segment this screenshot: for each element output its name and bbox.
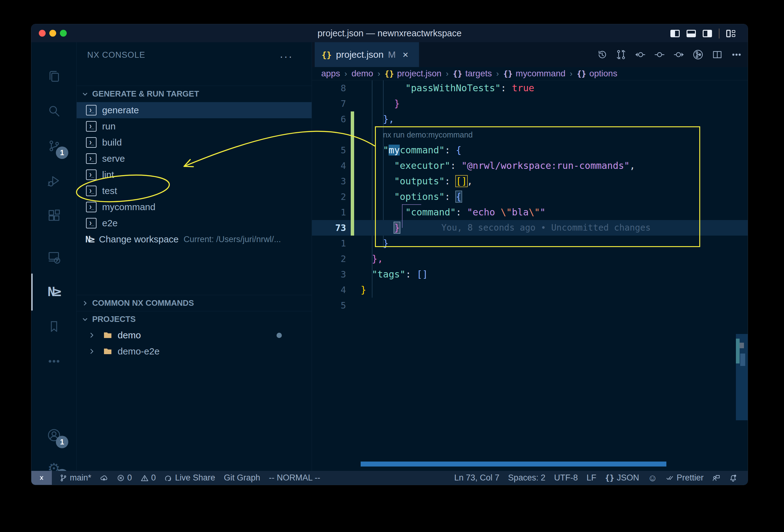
history-icon[interactable] (596, 49, 608, 60)
prev-change-icon[interactable] (635, 49, 646, 60)
toggle-sidebar-icon[interactable] (670, 30, 680, 37)
extensions-icon[interactable] (31, 200, 76, 231)
breadcrumb-item-mycommand[interactable]: {}mycommand (503, 68, 565, 79)
status-item-0[interactable]: 0 (136, 473, 160, 483)
status-item-git-graph[interactable]: Git Graph (219, 473, 264, 483)
breadcrumb-label: targets (465, 68, 492, 79)
status-label: Prettier (677, 473, 704, 483)
sidebar-item-test[interactable]: ❯_test (77, 183, 312, 199)
status-item-prettier[interactable]: Prettier (662, 473, 708, 483)
breadcrumb-label: project.json (397, 68, 441, 79)
line-number: 5 (321, 298, 346, 313)
remote-explorer-icon[interactable] (31, 242, 76, 273)
project-item-demo[interactable]: demo (77, 327, 312, 343)
compare-icon[interactable] (615, 49, 627, 60)
sidebar-item-run[interactable]: ❯_run (77, 118, 312, 134)
breadcrumb-separator: › (570, 69, 572, 79)
project-item-demo-e2e[interactable]: demo-e2e (77, 343, 312, 359)
section-generate-run-target[interactable]: GENERATE & RUN TARGET (77, 86, 312, 102)
run-debug-icon[interactable] (31, 165, 76, 196)
code-line: 8"passWithNoTests": true (312, 80, 748, 96)
tab-project-json[interactable]: {} project.json M × (315, 42, 419, 67)
ellipsis-icon[interactable] (731, 49, 742, 60)
toggle-secondary-sidebar-icon[interactable] (703, 30, 712, 37)
next-change-icon[interactable] (673, 49, 684, 60)
person-icon (712, 474, 720, 482)
breadcrumb-item-demo[interactable]: demo (351, 68, 373, 79)
breadcrumb-separator: › (377, 69, 380, 79)
account-icon[interactable]: 1 (31, 420, 76, 451)
status-item-ln-73-col-7[interactable]: Ln 73, Col 7 (450, 473, 504, 483)
sidebar-item-mycommand[interactable]: ❯_mycommand (77, 199, 312, 215)
chevron-down-icon (81, 90, 89, 98)
git-added-gutter (351, 173, 354, 189)
title-bar: project.json — newnxreactwrkspace (31, 24, 748, 43)
status-item-spaces-2[interactable]: Spaces: 2 (504, 473, 550, 483)
sidebar-item-change-workspace[interactable]: N≥ Change workspace Current: /Users/juri… (77, 231, 312, 247)
horizontal-scrollbar[interactable] (361, 461, 666, 467)
code-editor[interactable]: 8"passWithNoTests": true7}6},nx run demo… (312, 80, 748, 471)
split-icon[interactable] (712, 49, 723, 60)
explorer-icon[interactable] (31, 61, 76, 92)
breadcrumb-item-options[interactable]: {}options (577, 68, 617, 79)
breadcrumb[interactable]: apps›demo›{}project.json›{}targets›{}myc… (312, 67, 748, 80)
close-tab-icon[interactable]: × (402, 49, 409, 60)
terminal-icon: ❯_ (86, 202, 96, 212)
sidebar-item-serve[interactable]: ❯_serve (77, 150, 312, 167)
section-projects[interactable]: PROJECTS (77, 311, 312, 327)
more-actions-icon[interactable]: ··· (280, 50, 293, 62)
braces-icon: {} (385, 69, 394, 78)
item-label: serve (102, 153, 125, 164)
braces-icon: {} (605, 473, 614, 482)
breadcrumb-item-apps[interactable]: apps (321, 68, 340, 79)
git-graph-icon[interactable] (693, 49, 704, 60)
breadcrumb-separator: › (344, 69, 347, 79)
status-item-smiley[interactable]: ☺ (643, 473, 662, 483)
chevron-right-icon (88, 331, 96, 339)
sidebar-item-build[interactable]: ❯_build (77, 134, 312, 150)
status-item-normal[interactable]: -- NORMAL -- (264, 473, 324, 483)
customize-layout-icon[interactable] (726, 30, 735, 37)
status-item-person[interactable] (708, 474, 725, 482)
status-label: main* (70, 473, 91, 483)
item-label: e2e (102, 218, 118, 228)
section-common-nx-commands[interactable]: COMMON NX COMMANDS (77, 295, 312, 311)
breadcrumb-item-targets[interactable]: {}targets (453, 68, 492, 79)
line-number: 5 (321, 142, 346, 158)
cur-change-icon[interactable] (654, 49, 665, 60)
bookmarks-icon[interactable] (31, 311, 76, 342)
braces-icon: {} (577, 69, 586, 78)
status-label: 0 (151, 473, 156, 483)
search-icon[interactable] (31, 95, 76, 127)
terminal-icon: ❯_ (86, 153, 96, 164)
status-item-lf[interactable]: LF (582, 473, 601, 483)
status-item-utf-8[interactable]: UTF-8 (550, 473, 582, 483)
source-control-icon[interactable]: 1 (31, 130, 76, 161)
remote-indicator-button[interactable] (31, 471, 52, 485)
sidebar-item-generate[interactable]: ❯_generate (77, 102, 312, 118)
status-item-main[interactable]: main* (55, 473, 95, 483)
tab-label: project.json (336, 49, 384, 60)
status-item-json[interactable]: {}JSON (600, 473, 643, 483)
breadcrumb-item-project.json[interactable]: {}project.json (385, 68, 441, 79)
status-item-cloud[interactable] (95, 474, 112, 482)
breadcrumb-label: options (589, 68, 617, 79)
nx-console-icon[interactable]: N≥ (31, 276, 76, 307)
status-item-0[interactable]: 0 (112, 473, 136, 483)
chevron-down-icon (81, 315, 89, 324)
status-item-live-share[interactable]: Live Share (160, 473, 219, 483)
nx-console-sidebar: NX CONSOLE ··· GENERATE & RUN TARGET ❯_g… (77, 42, 312, 471)
tab-bar: {} project.json M × (312, 42, 748, 67)
sidebar-item-lint[interactable]: ❯_lint (77, 167, 312, 183)
toggle-panel-icon[interactable] (687, 30, 696, 37)
status-label: Spaces: 2 (508, 473, 545, 483)
more-icon[interactable] (31, 346, 76, 377)
breadcrumb-label: mycommand (516, 68, 565, 79)
badge: 1 (56, 146, 68, 159)
sidebar-item-e2e[interactable]: ❯_e2e (77, 215, 312, 231)
item-label: run (102, 121, 115, 132)
git-added-gutter (351, 111, 354, 127)
breadcrumb-label: apps (321, 68, 340, 79)
share-icon (165, 474, 173, 482)
status-item-bell[interactable] (725, 474, 741, 482)
